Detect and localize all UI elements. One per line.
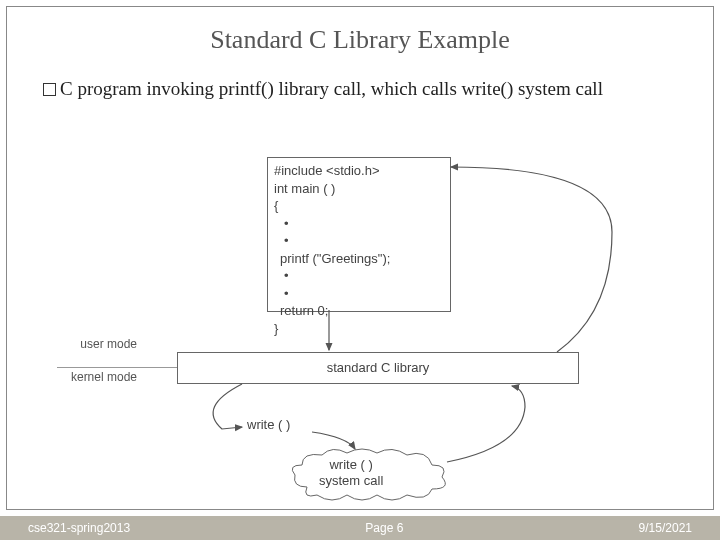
- write-label: write ( ): [247, 417, 290, 432]
- diagram: #include <stdio.h> int main ( ) { • • pr…: [57, 157, 677, 502]
- cloud-line2: system call: [319, 473, 383, 488]
- code-line: }: [274, 320, 444, 338]
- kernel-mode-label: kernel mode: [47, 370, 137, 384]
- code-box: #include <stdio.h> int main ( ) { • • pr…: [267, 157, 451, 312]
- code-line: return 0;: [274, 302, 444, 320]
- cloud-text: write ( ) system call: [319, 457, 383, 488]
- footer-right: 9/15/2021: [639, 521, 692, 535]
- mode-divider: [57, 367, 177, 368]
- code-line: •: [274, 232, 444, 250]
- body-text-content: C program invoking printf() library call…: [60, 78, 603, 99]
- footer-center: Page 6: [365, 521, 403, 535]
- body-text: C program invoking printf() library call…: [43, 77, 677, 101]
- code-line: {: [274, 197, 444, 215]
- cloud-line1: write ( ): [329, 457, 372, 472]
- footer-left: cse321-spring2013: [28, 521, 130, 535]
- library-box: standard C library: [177, 352, 579, 384]
- code-line: •: [274, 267, 444, 285]
- code-line: int main ( ): [274, 180, 444, 198]
- code-line: #include <stdio.h>: [274, 162, 444, 180]
- code-line: printf ("Greetings");: [274, 250, 444, 268]
- slide-title: Standard C Library Example: [7, 25, 713, 55]
- bullet-icon: [43, 83, 56, 96]
- user-mode-label: user mode: [47, 337, 137, 351]
- code-line: •: [274, 285, 444, 303]
- slide-border: Standard C Library Example C program inv…: [6, 6, 714, 510]
- code-line: •: [274, 215, 444, 233]
- footer: cse321-spring2013 Page 6 9/15/2021: [0, 516, 720, 540]
